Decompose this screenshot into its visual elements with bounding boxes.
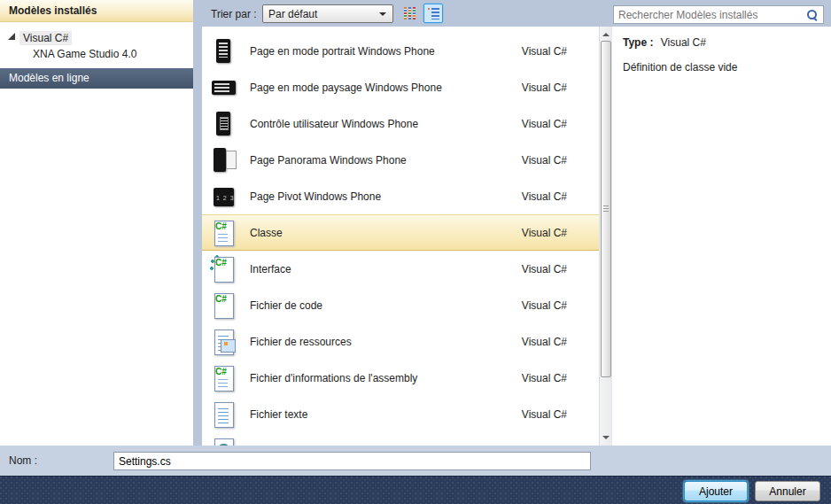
template-category: Visual C# bbox=[522, 336, 567, 348]
phone-portrait-icon bbox=[209, 37, 237, 66]
view-mode-buttons bbox=[400, 4, 443, 23]
template-category: Visual C# bbox=[522, 263, 567, 275]
template-category: Visual C# bbox=[522, 408, 567, 421]
search-box bbox=[613, 5, 824, 24]
scrollbar-thumb[interactable] bbox=[601, 41, 611, 377]
chevron-down-icon bbox=[379, 12, 386, 19]
csharp-code-icon bbox=[209, 291, 237, 320]
sort-by-dropdown[interactable]: Par défaut bbox=[262, 4, 393, 23]
search-icon[interactable] bbox=[806, 9, 819, 21]
list-scrollbar[interactable] bbox=[599, 27, 612, 446]
template-name: Fichier d'informations de l'assembly bbox=[250, 372, 522, 384]
template-name: Page Pivot Windows Phone bbox=[250, 190, 522, 203]
template-category: Visual C# bbox=[522, 372, 567, 384]
online-templates-header[interactable]: Modèles en ligne bbox=[0, 68, 193, 89]
template-list-item[interactable]: Fichier HTML Visual C# bbox=[202, 432, 599, 446]
phone-usercontrol-icon bbox=[209, 110, 237, 138]
template-type-line: Type : Visual C# bbox=[623, 36, 822, 49]
scroll-down-icon[interactable] bbox=[602, 436, 610, 443]
installed-templates-sidebar: Modèles installés Visual C# XNA Game Stu… bbox=[0, 0, 193, 446]
text-file-icon bbox=[209, 400, 237, 429]
template-list-item[interactable]: Page en mode portrait Windows Phone Visu… bbox=[202, 33, 599, 69]
name-row: Nom : bbox=[0, 446, 831, 476]
dialog-button-bar: Ajouter Annuler bbox=[0, 476, 831, 504]
name-input[interactable] bbox=[113, 452, 591, 470]
cancel-button[interactable]: Annuler bbox=[755, 481, 820, 501]
template-list-item[interactable]: Classe Visual C# bbox=[202, 214, 599, 251]
search-input[interactable] bbox=[618, 9, 806, 21]
csharp-interface-icon bbox=[209, 255, 237, 283]
template-list-item[interactable]: Page Pivot Windows Phone Visual C# bbox=[202, 178, 599, 214]
template-name: Fichier de ressources bbox=[250, 336, 522, 348]
expanded-arrow-icon bbox=[8, 33, 15, 40]
template-name: Fichier de code bbox=[250, 299, 522, 312]
phone-pivot-icon bbox=[209, 182, 237, 211]
template-category: Visual C# bbox=[522, 45, 567, 58]
template-category: Visual C# bbox=[522, 81, 567, 94]
template-list-item[interactable]: Fichier d'informations de l'assembly Vis… bbox=[202, 360, 599, 396]
template-name: Classe bbox=[250, 227, 522, 239]
add-new-item-dialog: Modèles installés Visual C# XNA Game Stu… bbox=[0, 0, 831, 504]
template-name: Page Panorama Windows Phone bbox=[250, 154, 522, 167]
type-value: Visual C# bbox=[661, 36, 706, 49]
template-name: Page en mode portrait Windows Phone bbox=[250, 45, 522, 58]
small-icons-view-icon bbox=[404, 7, 416, 19]
type-label: Type : bbox=[623, 36, 653, 49]
tree-item-label: Visual C# bbox=[19, 31, 72, 45]
csharp-class-icon bbox=[209, 219, 237, 247]
template-list-item[interactable]: Fichier de code Visual C# bbox=[202, 287, 599, 323]
template-list-item[interactable]: Page en mode paysage Windows Phone Visua… bbox=[202, 69, 599, 105]
html-file-icon bbox=[209, 437, 237, 446]
resource-file-icon bbox=[209, 328, 237, 356]
tree-item-visual-csharp[interactable]: Visual C# bbox=[0, 30, 193, 46]
csharp-assembly-icon bbox=[209, 364, 237, 392]
template-list-item[interactable]: Fichier texte Visual C# bbox=[202, 396, 599, 432]
installed-templates-header: Modèles installés bbox=[0, 0, 193, 22]
name-label: Nom : bbox=[9, 454, 37, 467]
template-tree: Visual C# XNA Game Studio 4.0 bbox=[0, 22, 193, 62]
template-name: Interface bbox=[250, 263, 522, 275]
phone-panorama-icon bbox=[209, 146, 237, 174]
template-name: Page en mode paysage Windows Phone bbox=[250, 81, 522, 94]
scroll-up-icon[interactable] bbox=[602, 29, 610, 36]
list-view-icon bbox=[427, 7, 439, 19]
template-category: Visual C# bbox=[522, 118, 567, 130]
template-description: Définition de classe vide bbox=[623, 61, 822, 74]
sort-by-selected-value: Par défaut bbox=[268, 8, 317, 20]
template-list-item[interactable]: Fichier de ressources Visual C# bbox=[202, 323, 599, 360]
template-category: Visual C# bbox=[522, 190, 567, 203]
phone-landscape-icon bbox=[209, 74, 237, 102]
list-view-button[interactable] bbox=[423, 4, 443, 23]
template-name: Contrôle utilisateur Windows Phone bbox=[250, 118, 522, 130]
template-list-item[interactable]: Contrôle utilisateur Windows Phone Visua… bbox=[202, 105, 599, 142]
template-category: Visual C# bbox=[522, 299, 567, 312]
template-list: Page en mode portrait Windows Phone Visu… bbox=[202, 27, 599, 446]
template-name: Fichier texte bbox=[250, 408, 522, 421]
add-button[interactable]: Ajouter bbox=[684, 481, 748, 501]
sort-by-label: Trier par : bbox=[211, 8, 257, 20]
tree-item-xna-game-studio[interactable]: XNA Game Studio 4.0 bbox=[0, 46, 193, 62]
template-category: Visual C# bbox=[522, 154, 567, 167]
template-details-panel: Type : Visual C# Définition de classe vi… bbox=[612, 27, 831, 446]
template-list-item[interactable]: Interface Visual C# bbox=[202, 251, 599, 287]
small-icons-view-button[interactable] bbox=[400, 4, 420, 23]
template-category: Visual C# bbox=[522, 227, 567, 239]
template-list-item[interactable]: Page Panorama Windows Phone Visual C# bbox=[202, 142, 599, 178]
